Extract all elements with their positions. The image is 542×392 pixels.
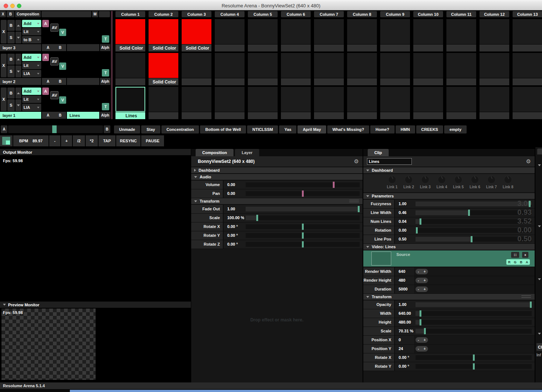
param-value[interactable]: 0.46 — [395, 209, 414, 217]
slider-track[interactable] — [246, 242, 360, 247]
clip-label[interactable] — [281, 112, 311, 119]
clip-cell[interactable] — [281, 19, 311, 51]
clip-cell[interactable] — [446, 53, 476, 85]
param-slider[interactable] — [414, 362, 535, 371]
clip-cell[interactable] — [215, 87, 245, 119]
layer-solo-button[interactable]: S — [7, 32, 15, 43]
clip-cell[interactable] — [281, 87, 311, 119]
param-value[interactable]: 0.00 ° — [224, 222, 244, 231]
clip-label[interactable] — [281, 78, 311, 85]
param-slider[interactable] — [414, 318, 535, 327]
column-header[interactable]: Column 2 — [149, 11, 178, 17]
clip-label[interactable] — [182, 78, 211, 85]
param-value[interactable]: 24 — [395, 345, 414, 353]
auto-pilot-dropdown[interactable]: Lit — [22, 96, 41, 103]
gear-icon[interactable]: ⚙ — [354, 158, 359, 165]
param-slider[interactable] — [414, 309, 535, 318]
clip-thumbnail[interactable] — [380, 87, 410, 112]
slider-track[interactable] — [246, 215, 360, 220]
clip-label[interactable] — [115, 78, 145, 85]
tap-button[interactable]: TAP — [99, 135, 115, 146]
param-value[interactable]: 0.50 — [395, 235, 414, 243]
slider-track[interactable] — [246, 191, 360, 196]
decrement-button[interactable]: - — [418, 270, 419, 274]
clip-cell[interactable]: Solid Color — [115, 19, 145, 51]
clip-thumbnail[interactable] — [314, 87, 344, 112]
fader-mode-dropdown[interactable]: to B — [22, 36, 41, 43]
preview-monitor-header[interactable]: Preview Monitor — [0, 302, 191, 308]
link-knob[interactable] — [487, 175, 496, 184]
deck-tab[interactable]: NTICLSSM — [247, 125, 278, 133]
clip-cell[interactable]: Solid Color — [149, 19, 178, 51]
deck-tab[interactable]: Concentration — [161, 125, 199, 133]
clip-thumbnail[interactable] — [479, 87, 509, 112]
layer-v-button[interactable]: V — [59, 63, 66, 70]
stepper[interactable]: -+ — [416, 269, 428, 274]
layer-v-button[interactable]: V — [59, 96, 66, 104]
layer-av-button[interactable]: AV — [50, 91, 58, 99]
collapse-icon[interactable] — [538, 225, 541, 227]
clip-label[interactable] — [479, 44, 509, 51]
clip-thumbnail[interactable] — [347, 87, 377, 112]
clip-label[interactable] — [347, 112, 377, 119]
param-value[interactable]: 0.00 ° — [395, 362, 414, 371]
clip-thumbnail[interactable] — [149, 87, 178, 112]
crossfader-a-button[interactable]: A — [1, 125, 7, 133]
param-value[interactable]: 100.00 % — [224, 214, 244, 222]
fader-mode-dropdown[interactable]: LIA — [22, 70, 41, 77]
layer-a-button[interactable]: A — [42, 20, 49, 27]
clip-thumbnail[interactable] — [215, 87, 245, 112]
clip-thumbnail[interactable] — [347, 53, 377, 78]
param-value[interactable]: 1.00 — [395, 200, 414, 208]
clip-cell[interactable] — [149, 87, 178, 119]
clip-thumbnail[interactable] — [182, 19, 211, 44]
link-knob[interactable] — [470, 175, 479, 184]
clip-cell[interactable] — [513, 87, 542, 119]
column-header[interactable]: Column 3 — [182, 11, 211, 17]
crossfader-x-button[interactable]: X — [0, 11, 6, 17]
layer-av-button[interactable]: AV — [50, 24, 58, 32]
clip-thumbnail[interactable] — [513, 87, 542, 112]
clip-cell[interactable] — [413, 87, 443, 119]
column-header[interactable]: Column 12 — [479, 11, 509, 17]
blend-mode-dropdown[interactable]: Add — [22, 20, 41, 27]
clip-cell[interactable] — [347, 53, 377, 85]
tab-composition[interactable]: Composition — [196, 149, 233, 156]
clip-label[interactable] — [513, 112, 542, 119]
clip-thumbnail[interactable] — [281, 19, 311, 44]
increment-button[interactable]: + — [424, 278, 426, 282]
column-header[interactable]: Column 10 — [413, 11, 443, 17]
slider-handle[interactable] — [358, 206, 360, 212]
clip-cell[interactable]: Solid Color — [149, 53, 178, 85]
link-knob[interactable] — [454, 175, 463, 184]
master-button[interactable]: M — [92, 11, 98, 17]
tab-clip[interactable]: Clip — [368, 149, 389, 156]
clip-cell[interactable] — [314, 53, 344, 85]
slider-handle[interactable] — [468, 210, 470, 216]
slider-handle[interactable] — [256, 215, 258, 221]
transform-section-header[interactable]: Transform — [363, 294, 535, 300]
clip-label[interactable] — [281, 44, 311, 51]
clip-label[interactable] — [248, 44, 278, 51]
clip-thumbnail[interactable] — [281, 53, 311, 78]
close-icon[interactable]: x — [522, 252, 528, 258]
channel-button[interactable]: G — [514, 260, 517, 264]
clip-label[interactable] — [446, 112, 476, 119]
clip-thumbnail[interactable] — [314, 19, 344, 44]
increment-button[interactable]: + — [424, 338, 426, 342]
layer-solo-button[interactable]: S — [7, 99, 15, 111]
clip-thumbnail[interactable] — [479, 19, 509, 44]
bpm-double-button[interactable]: *2 — [86, 135, 98, 146]
column-header[interactable]: Column 6 — [281, 11, 311, 17]
menu-icon[interactable] — [349, 200, 359, 203]
deck-tab[interactable]: Bottom of the Well — [200, 125, 246, 133]
crossfader-handle[interactable] — [52, 125, 57, 133]
layer-bypass-button[interactable]: B — [7, 88, 15, 99]
clip-thumbnail[interactable] — [413, 87, 443, 112]
param-value[interactable]: 0.00 ° — [224, 240, 244, 249]
param-value[interactable]: 70.31 % — [395, 327, 414, 335]
clip-thumbnail[interactable] — [413, 53, 443, 78]
link-knob[interactable] — [404, 175, 413, 184]
slider-track[interactable] — [416, 329, 532, 334]
link-knob[interactable] — [421, 175, 430, 184]
